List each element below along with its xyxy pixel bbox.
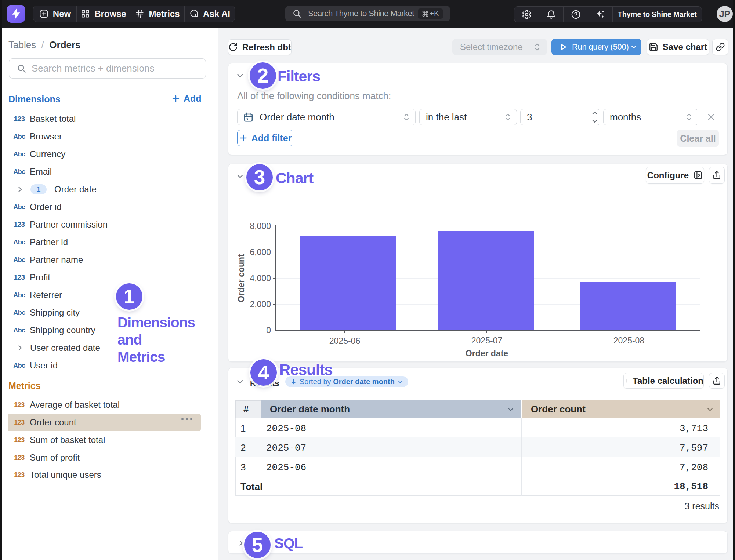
svg-text:2025-07: 2025-07 — [471, 336, 502, 345]
svg-text:2025-06: 2025-06 — [329, 336, 360, 346]
svg-text:8,000: 8,000 — [250, 221, 271, 231]
svg-text:2,000: 2,000 — [250, 299, 271, 309]
svg-text:Order count: Order count — [236, 254, 246, 302]
svg-text:Order date: Order date — [466, 349, 508, 358]
svg-text:4,000: 4,000 — [250, 273, 271, 283]
svg-text:6,000: 6,000 — [250, 247, 271, 257]
svg-text:2025-08: 2025-08 — [613, 336, 644, 345]
svg-text:0: 0 — [266, 326, 271, 335]
